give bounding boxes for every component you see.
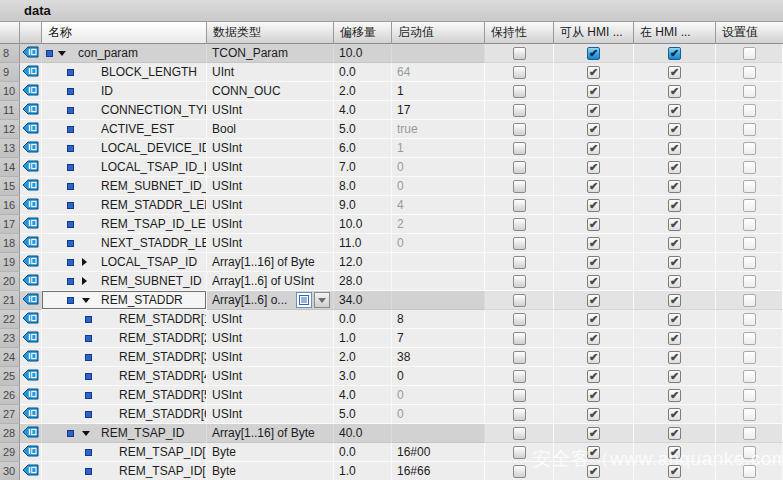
setpoint-checkbox[interactable] [743, 142, 756, 155]
row-number[interactable]: 12 [0, 120, 20, 139]
hmi-visible-checkbox[interactable]: ✔ [668, 256, 681, 269]
type-cell[interactable]: Byte [207, 443, 334, 462]
name-cell[interactable]: REM_TSAP_ID[1] [42, 443, 207, 462]
row-number[interactable]: 9 [0, 63, 20, 82]
setpoint-checkbox[interactable] [743, 161, 756, 174]
hmi-accessible-checkbox[interactable]: ✔ [587, 465, 600, 478]
row-number[interactable]: 11 [0, 101, 20, 120]
hmi-visible-checkbox[interactable]: ✔ [668, 313, 681, 326]
hmi-accessible-checkbox[interactable]: ✔ [587, 180, 600, 193]
offset-cell[interactable]: 5.0 [334, 120, 392, 139]
hmi-accessible-checkbox[interactable]: ✔ [587, 351, 600, 364]
offset-cell[interactable]: 7.0 [334, 158, 392, 177]
start-value-cell[interactable]: 17 [392, 101, 485, 120]
retain-checkbox[interactable] [513, 408, 526, 421]
setpoint-checkbox[interactable] [743, 275, 756, 288]
hmi-accessible-checkbox[interactable]: ✔ [587, 123, 600, 136]
row-number[interactable]: 13 [0, 139, 20, 158]
hmi-accessible-checkbox[interactable]: ✔ [587, 85, 600, 98]
hmi-visible-checkbox[interactable]: ✔ [668, 351, 681, 364]
type-cell[interactable]: Byte [207, 462, 334, 480]
retain-checkbox[interactable] [513, 218, 526, 231]
start-value-cell[interactable]: 64 [392, 63, 485, 82]
setpoint-checkbox[interactable] [743, 370, 756, 383]
type-cell[interactable]: USInt [207, 234, 334, 253]
name-cell[interactable]: REM_STADDR[1] [42, 310, 207, 329]
start-value-cell[interactable] [392, 253, 485, 272]
row-number[interactable]: 25 [0, 367, 20, 386]
retain-checkbox[interactable] [513, 47, 526, 60]
retain-checkbox[interactable] [513, 313, 526, 326]
hmi-visible-checkbox[interactable]: ✔ [668, 294, 681, 307]
name-cell[interactable]: BLOCK_LENGTH [42, 63, 207, 82]
start-value-cell[interactable]: 4 [392, 196, 485, 215]
column-header-setpoint[interactable]: 设置值 [716, 22, 783, 44]
name-cell[interactable]: LOCAL_TSAP_ID_L... [42, 158, 207, 177]
offset-cell[interactable]: 34.0 [334, 291, 392, 310]
type-cell[interactable]: CONN_OUC [207, 82, 334, 101]
start-value-cell[interactable]: 1 [392, 82, 485, 101]
row-number[interactable]: 26 [0, 386, 20, 405]
hmi-visible-checkbox[interactable]: ✔ [668, 123, 681, 136]
offset-cell[interactable]: 12.0 [334, 253, 392, 272]
hmi-accessible-checkbox[interactable]: ✔ [587, 313, 600, 326]
offset-cell[interactable]: 9.0 [334, 196, 392, 215]
row-number[interactable]: 23 [0, 329, 20, 348]
start-value-cell[interactable] [392, 424, 485, 443]
column-header-start[interactable]: 启动值 [392, 22, 485, 44]
setpoint-checkbox[interactable] [743, 294, 756, 307]
start-value-cell[interactable]: 0 [392, 405, 485, 424]
start-value-cell[interactable]: 0 [392, 367, 485, 386]
offset-cell[interactable]: 0.0 [334, 310, 392, 329]
hmi-visible-checkbox[interactable]: ✔ [668, 465, 681, 478]
name-cell[interactable]: REM_STADDR[3] [42, 348, 207, 367]
type-cell[interactable]: Array[1..6] o... [207, 291, 334, 310]
collapse-toggle-icon[interactable] [58, 51, 66, 56]
hmi-accessible-checkbox[interactable]: ✔ [587, 408, 600, 421]
type-cell[interactable]: USInt [207, 348, 334, 367]
name-cell[interactable]: REM_SUBNET_ID_L... [42, 177, 207, 196]
type-cell[interactable]: Array[1..6] of USInt [207, 272, 334, 291]
hmi-accessible-checkbox[interactable]: ✔ [587, 218, 600, 231]
row-number[interactable]: 10 [0, 82, 20, 101]
start-value-cell[interactable] [392, 44, 485, 63]
start-value-cell[interactable]: 7 [392, 329, 485, 348]
setpoint-checkbox[interactable] [743, 427, 756, 440]
hmi-accessible-checkbox[interactable]: ✔ [587, 237, 600, 250]
hmi-visible-checkbox[interactable]: ✔ [668, 85, 681, 98]
start-value-cell[interactable] [392, 272, 485, 291]
row-number[interactable]: 30 [0, 462, 20, 480]
offset-cell[interactable]: 2.0 [334, 348, 392, 367]
column-header-name[interactable]: 名称 [42, 22, 207, 44]
column-header-type[interactable]: 数据类型 [207, 22, 334, 44]
setpoint-checkbox[interactable] [743, 123, 756, 136]
offset-cell[interactable]: 40.0 [334, 424, 392, 443]
type-cell[interactable]: Array[1..16] of Byte [207, 253, 334, 272]
offset-cell[interactable]: 10.0 [334, 215, 392, 234]
type-cell[interactable]: USInt [207, 310, 334, 329]
hmi-visible-checkbox[interactable]: ✔ [668, 218, 681, 231]
hmi-accessible-checkbox[interactable]: ✔ [587, 427, 600, 440]
start-value-cell[interactable]: 0 [392, 158, 485, 177]
offset-cell[interactable]: 0.0 [334, 443, 392, 462]
type-cell[interactable]: USInt [207, 101, 334, 120]
name-cell[interactable]: ACTIVE_EST [42, 120, 207, 139]
retain-checkbox[interactable] [513, 446, 526, 459]
column-header-retain[interactable]: 保持性 [485, 22, 554, 44]
start-value-cell[interactable]: 38 [392, 348, 485, 367]
retain-checkbox[interactable] [513, 123, 526, 136]
type-cell[interactable]: Bool [207, 120, 334, 139]
offset-cell[interactable]: 5.0 [334, 405, 392, 424]
hmi-accessible-checkbox[interactable]: ✔ [587, 47, 600, 60]
start-value-cell[interactable] [392, 291, 485, 310]
name-cell[interactable]: REM_TSAP_ID[2] [42, 462, 207, 480]
hmi-accessible-checkbox[interactable]: ✔ [587, 370, 600, 383]
name-cell[interactable]: REM_STADDR_LEN [42, 196, 207, 215]
start-value-cell[interactable]: 0 [392, 234, 485, 253]
type-cell[interactable]: Array[1..16] of Byte [207, 424, 334, 443]
type-cell[interactable]: USInt [207, 386, 334, 405]
retain-checkbox[interactable] [513, 332, 526, 345]
offset-cell[interactable]: 10.0 [334, 44, 392, 63]
hmi-accessible-checkbox[interactable]: ✔ [587, 389, 600, 402]
hmi-accessible-checkbox[interactable]: ✔ [587, 294, 600, 307]
